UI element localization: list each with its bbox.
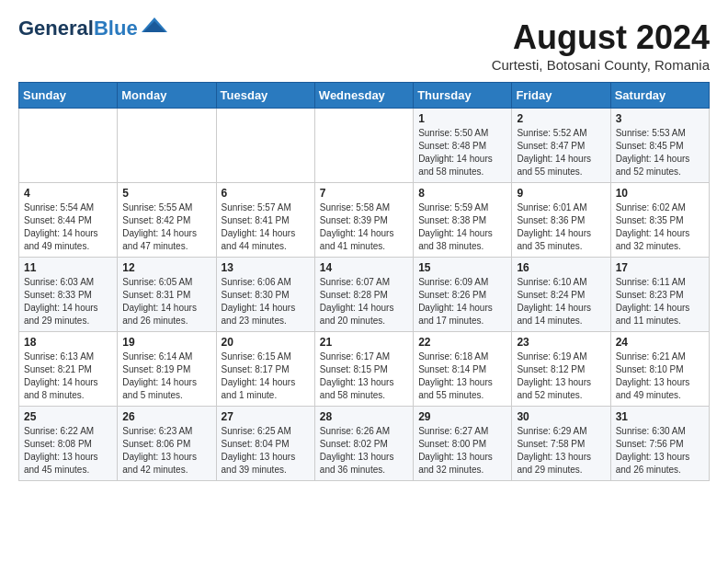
day-info: Sunrise: 6:23 AMSunset: 8:06 PMDaylight:…	[122, 425, 210, 477]
day-number: 12	[122, 261, 210, 274]
day-number: 10	[616, 187, 704, 200]
calendar-cell: 10Sunrise: 6:02 AMSunset: 8:35 PMDayligh…	[610, 183, 709, 258]
calendar-row-1: 4Sunrise: 5:54 AMSunset: 8:44 PMDaylight…	[19, 183, 710, 258]
calendar-cell	[19, 109, 118, 183]
day-number: 4	[24, 187, 112, 200]
calendar-cell	[216, 109, 314, 183]
day-info: Sunrise: 6:18 AMSunset: 8:14 PMDaylight:…	[418, 350, 506, 402]
day-number: 28	[320, 410, 408, 423]
calendar-cell: 3Sunrise: 5:53 AMSunset: 8:45 PMDaylight…	[610, 109, 709, 183]
day-info: Sunrise: 6:22 AMSunset: 8:08 PMDaylight:…	[24, 425, 112, 477]
day-number: 31	[616, 410, 704, 423]
calendar-cell: 17Sunrise: 6:11 AMSunset: 8:23 PMDayligh…	[610, 258, 709, 332]
logo: GeneralBlue	[18, 18, 167, 39]
calendar-cell: 18Sunrise: 6:13 AMSunset: 8:21 PMDayligh…	[19, 332, 118, 407]
calendar-cell: 28Sunrise: 6:26 AMSunset: 8:02 PMDayligh…	[314, 407, 413, 481]
day-number: 6	[222, 187, 310, 200]
calendar-cell: 24Sunrise: 6:21 AMSunset: 8:10 PMDayligh…	[610, 332, 709, 407]
day-number: 8	[418, 187, 506, 200]
calendar-cell: 11Sunrise: 6:03 AMSunset: 8:33 PMDayligh…	[19, 258, 118, 332]
calendar-row-3: 18Sunrise: 6:13 AMSunset: 8:21 PMDayligh…	[19, 332, 710, 407]
day-info: Sunrise: 6:15 AMSunset: 8:17 PMDaylight:…	[222, 350, 310, 402]
day-info: Sunrise: 6:11 AMSunset: 8:23 PMDaylight:…	[616, 276, 704, 327]
day-number: 21	[320, 336, 408, 349]
day-number: 5	[122, 187, 210, 200]
day-info: Sunrise: 6:03 AMSunset: 8:33 PMDaylight:…	[24, 276, 112, 327]
day-info: Sunrise: 6:10 AMSunset: 8:24 PMDaylight:…	[517, 276, 605, 327]
day-number: 3	[616, 112, 704, 125]
day-number: 25	[24, 410, 112, 423]
calendar-cell: 20Sunrise: 6:15 AMSunset: 8:17 PMDayligh…	[216, 332, 314, 407]
day-info: Sunrise: 6:06 AMSunset: 8:30 PMDaylight:…	[222, 276, 310, 327]
calendar-cell: 30Sunrise: 6:29 AMSunset: 7:58 PMDayligh…	[512, 407, 610, 481]
calendar-cell: 12Sunrise: 6:05 AMSunset: 8:31 PMDayligh…	[118, 258, 216, 332]
calendar-cell: 9Sunrise: 6:01 AMSunset: 8:36 PMDaylight…	[512, 183, 610, 258]
calendar-cell: 2Sunrise: 5:52 AMSunset: 8:47 PMDaylight…	[512, 109, 610, 183]
day-info: Sunrise: 6:07 AMSunset: 8:28 PMDaylight:…	[320, 276, 408, 327]
day-info: Sunrise: 5:55 AMSunset: 8:42 PMDaylight:…	[122, 201, 210, 253]
day-number: 27	[222, 410, 310, 423]
day-number: 26	[122, 410, 210, 423]
weekday-header-monday: Monday	[118, 83, 216, 109]
weekday-header-saturday: Saturday	[610, 83, 709, 109]
day-info: Sunrise: 5:57 AMSunset: 8:41 PMDaylight:…	[222, 201, 310, 253]
calendar-cell: 1Sunrise: 5:50 AMSunset: 8:48 PMDaylight…	[414, 109, 512, 183]
day-number: 15	[418, 261, 506, 274]
day-number: 11	[24, 261, 112, 274]
day-info: Sunrise: 6:09 AMSunset: 8:26 PMDaylight:…	[418, 276, 506, 327]
calendar-cell: 27Sunrise: 6:25 AMSunset: 8:04 PMDayligh…	[216, 407, 314, 481]
day-info: Sunrise: 6:26 AMSunset: 8:02 PMDaylight:…	[320, 425, 408, 477]
day-info: Sunrise: 6:13 AMSunset: 8:21 PMDaylight:…	[24, 350, 112, 402]
day-number: 1	[418, 112, 506, 125]
day-number: 13	[222, 261, 310, 274]
calendar-table: SundayMondayTuesdayWednesdayThursdayFrid…	[18, 82, 710, 481]
day-info: Sunrise: 6:21 AMSunset: 8:10 PMDaylight:…	[616, 350, 704, 402]
calendar-cell: 4Sunrise: 5:54 AMSunset: 8:44 PMDaylight…	[19, 183, 118, 258]
weekday-header-row: SundayMondayTuesdayWednesdayThursdayFrid…	[19, 83, 710, 109]
day-number: 23	[517, 336, 605, 349]
day-info: Sunrise: 6:29 AMSunset: 7:58 PMDaylight:…	[517, 425, 605, 477]
month-year: August 2024	[492, 18, 710, 57]
calendar-cell: 31Sunrise: 6:30 AMSunset: 7:56 PMDayligh…	[610, 407, 709, 481]
day-number: 19	[122, 336, 210, 349]
day-number: 29	[418, 410, 506, 423]
calendar-cell: 6Sunrise: 5:57 AMSunset: 8:41 PMDaylight…	[216, 183, 314, 258]
calendar-row-2: 11Sunrise: 6:03 AMSunset: 8:33 PMDayligh…	[19, 258, 710, 332]
calendar-cell: 25Sunrise: 6:22 AMSunset: 8:08 PMDayligh…	[19, 407, 118, 481]
weekday-header-wednesday: Wednesday	[314, 83, 413, 109]
day-number: 14	[320, 261, 408, 274]
day-number: 20	[222, 336, 310, 349]
calendar-cell: 16Sunrise: 6:10 AMSunset: 8:24 PMDayligh…	[512, 258, 610, 332]
calendar-row-0: 1Sunrise: 5:50 AMSunset: 8:48 PMDaylight…	[19, 109, 710, 183]
weekday-header-tuesday: Tuesday	[216, 83, 314, 109]
calendar-cell: 26Sunrise: 6:23 AMSunset: 8:06 PMDayligh…	[118, 407, 216, 481]
day-number: 24	[616, 336, 704, 349]
day-number: 30	[517, 410, 605, 423]
logo-text: GeneralBlue	[18, 18, 138, 39]
calendar-row-4: 25Sunrise: 6:22 AMSunset: 8:08 PMDayligh…	[19, 407, 710, 481]
day-info: Sunrise: 6:17 AMSunset: 8:15 PMDaylight:…	[320, 350, 408, 402]
calendar-cell: 29Sunrise: 6:27 AMSunset: 8:00 PMDayligh…	[414, 407, 512, 481]
weekday-header-thursday: Thursday	[414, 83, 512, 109]
day-info: Sunrise: 5:53 AMSunset: 8:45 PMDaylight:…	[616, 127, 704, 178]
calendar-cell: 13Sunrise: 6:06 AMSunset: 8:30 PMDayligh…	[216, 258, 314, 332]
title-area: August 2024 Curtesti, Botosani County, R…	[492, 18, 710, 73]
day-number: 17	[616, 261, 704, 274]
calendar-cell: 14Sunrise: 6:07 AMSunset: 8:28 PMDayligh…	[314, 258, 413, 332]
day-number: 7	[320, 187, 408, 200]
day-info: Sunrise: 6:25 AMSunset: 8:04 PMDaylight:…	[222, 425, 310, 477]
calendar-cell: 23Sunrise: 6:19 AMSunset: 8:12 PMDayligh…	[512, 332, 610, 407]
weekday-header-friday: Friday	[512, 83, 610, 109]
calendar-cell	[118, 109, 216, 183]
day-info: Sunrise: 5:54 AMSunset: 8:44 PMDaylight:…	[24, 201, 112, 253]
day-info: Sunrise: 6:19 AMSunset: 8:12 PMDaylight:…	[517, 350, 605, 402]
calendar-cell: 5Sunrise: 5:55 AMSunset: 8:42 PMDaylight…	[118, 183, 216, 258]
day-info: Sunrise: 5:50 AMSunset: 8:48 PMDaylight:…	[418, 127, 506, 178]
calendar-cell: 19Sunrise: 6:14 AMSunset: 8:19 PMDayligh…	[118, 332, 216, 407]
calendar-cell	[314, 109, 413, 183]
day-number: 18	[24, 336, 112, 349]
calendar-cell: 21Sunrise: 6:17 AMSunset: 8:15 PMDayligh…	[314, 332, 413, 407]
day-number: 9	[517, 187, 605, 200]
day-info: Sunrise: 6:05 AMSunset: 8:31 PMDaylight:…	[122, 276, 210, 327]
day-info: Sunrise: 6:27 AMSunset: 8:00 PMDaylight:…	[418, 425, 506, 477]
